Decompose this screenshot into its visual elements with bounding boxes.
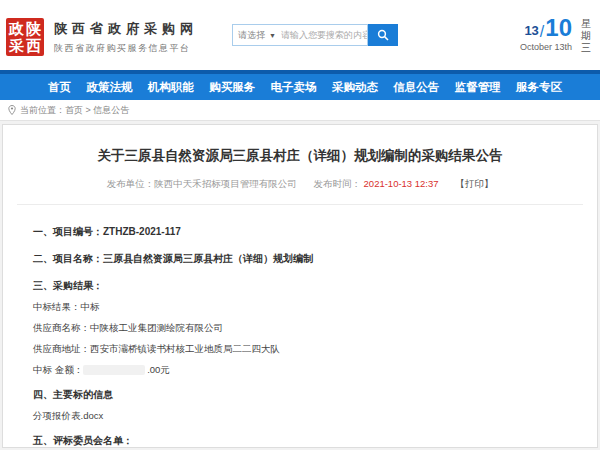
search-icon	[377, 29, 389, 41]
bid-amount-line: 中标 金额：.00元	[33, 364, 567, 377]
publisher-value: 陕西中天禾招标项目管理有限公司	[154, 178, 297, 189]
bid-result-value: 中标	[81, 301, 100, 312]
date-weekday: 星期三	[580, 18, 592, 54]
bid-amount-redacted-value	[83, 365, 145, 375]
nav-item-purchase-service[interactable]: 购买服务	[209, 80, 255, 95]
project-name-label: 二、项目名称：	[33, 253, 103, 264]
seal-char: 西	[25, 37, 42, 54]
search-bar: 请选择 ▼	[232, 24, 398, 46]
publisher-line: 发布单位：陕西中天禾招标项目管理有限公司	[107, 178, 297, 189]
date-separator: /	[540, 24, 544, 40]
article-title: 关于三原县自然资源局三原县村庄（详细）规划编制的采购结果公告	[3, 147, 597, 165]
nav-item-home[interactable]: 首页	[48, 80, 71, 95]
bid-result-line: 中标结果：中标	[33, 301, 567, 314]
date-month-name: October 13th	[520, 42, 572, 52]
project-number-label: 一、项目编号：	[33, 226, 103, 237]
publish-time-value: 2021-10-13 12:37	[364, 178, 439, 189]
nav-item-supervision[interactable]: 监督管理	[455, 80, 501, 95]
article-meta: 发布单位：陕西中天禾招标项目管理有限公司 发布时间： 2021-10-13 12…	[3, 178, 597, 191]
section-project-name: 二、项目名称：三原县自然资源局三原县村庄（详细）规划编制	[33, 252, 567, 266]
site-title: 陕西省政府采购网	[54, 20, 198, 38]
site-titles: 陕西省政府采购网 陕西省政府购买服务信息平台	[54, 20, 198, 55]
search-category-select[interactable]: 请选择 ▼	[233, 29, 281, 42]
publish-time-label: 发布时间：	[313, 178, 361, 189]
nav-item-announcements[interactable]: 信息公告	[393, 80, 439, 95]
project-number-value: ZTHZB-2021-117	[103, 226, 181, 237]
section-project-number: 一、项目编号：ZTHZB-2021-117	[33, 225, 567, 239]
breadcrumb: 当前位置： 首页 > 信息公告	[0, 100, 600, 121]
breadcrumb-label: 当前位置：	[20, 104, 65, 117]
nav-item-functions[interactable]: 机构职能	[148, 80, 194, 95]
seal-char: 政	[8, 20, 25, 37]
nav-item-e-mall[interactable]: 电子卖场	[271, 80, 317, 95]
search-button[interactable]	[368, 24, 398, 46]
site-logo[interactable]: 政 陕 采 西 陕西省政府采购网 陕西省政府购买服务信息平台	[6, 18, 198, 56]
search-box: 请选择 ▼	[232, 24, 368, 46]
search-select-label: 请选择	[238, 29, 265, 42]
bid-amount-label: 中标 金额：	[33, 364, 83, 375]
bid-amount-suffix: .00元	[147, 364, 170, 375]
bid-result-label: 中标结果：	[33, 301, 81, 312]
date-day: 13	[524, 24, 538, 37]
date-month-number: 10	[545, 16, 572, 40]
nav-item-service-zone[interactable]: 服务专区	[516, 80, 562, 95]
date-numbers: 13 / 10	[520, 16, 572, 40]
seal-char: 采	[8, 37, 25, 54]
print-button[interactable]: 【打印】	[455, 178, 493, 189]
nav-item-policies[interactable]: 政策法规	[86, 80, 132, 95]
nav-item-procurement-news[interactable]: 采购动态	[332, 80, 378, 95]
section-committee: 五、评标委员会名单：	[33, 434, 567, 448]
seal-char: 陕	[25, 20, 42, 37]
article-body: 一、项目编号：ZTHZB-2021-117 二、项目名称：三原县自然资源局三原县…	[3, 205, 597, 448]
section-subject-info: 四、主要标的信息	[33, 388, 567, 402]
section-procurement-result: 三、采购结果：	[33, 279, 567, 293]
publisher-label: 发布单位：	[107, 178, 155, 189]
main-nav: 首页 政策法规 机构职能 购买服务 电子卖场 采购动态 信息公告 监督管理 服务…	[0, 74, 600, 100]
logo-seal-icon: 政 陕 采 西	[6, 18, 44, 56]
supplier-name-label: 供应商名称：	[33, 322, 90, 333]
supplier-address-line: 供应商地址：西安市灞桥镇读书村核工业地质局二二四大队	[33, 343, 567, 356]
site-subtitle: 陕西省政府购买服务信息平台	[54, 42, 198, 55]
supplier-name-line: 供应商名称：中陕核工业集团测绘院有限公司	[33, 322, 567, 335]
location-pin-icon	[8, 105, 16, 115]
project-name-value: 三原县自然资源局三原县村庄（详细）规划编制	[103, 253, 313, 264]
chevron-down-icon: ▼	[269, 32, 276, 39]
supplier-name-value: 中陕核工业集团测绘院有限公司	[90, 322, 223, 333]
breadcrumb-path[interactable]: 首页 > 信息公告	[65, 104, 129, 117]
supplier-address-value: 西安市灞桥镇读书村核工业地质局二二四大队	[90, 343, 280, 354]
supplier-address-label: 供应商地址：	[33, 343, 90, 354]
date-display: 13 / 10 October 13th	[520, 16, 572, 52]
site-header: 政 陕 采 西 陕西省政府采购网 陕西省政府购买服务信息平台 请选择 ▼ 13	[0, 0, 600, 70]
search-input[interactable]	[281, 26, 367, 44]
attachment-file[interactable]: 分项报价表.docx	[33, 410, 567, 423]
article-panel: 关于三原县自然资源局三原县村庄（详细）规划编制的采购结果公告 发布单位：陕西中天…	[2, 124, 598, 448]
